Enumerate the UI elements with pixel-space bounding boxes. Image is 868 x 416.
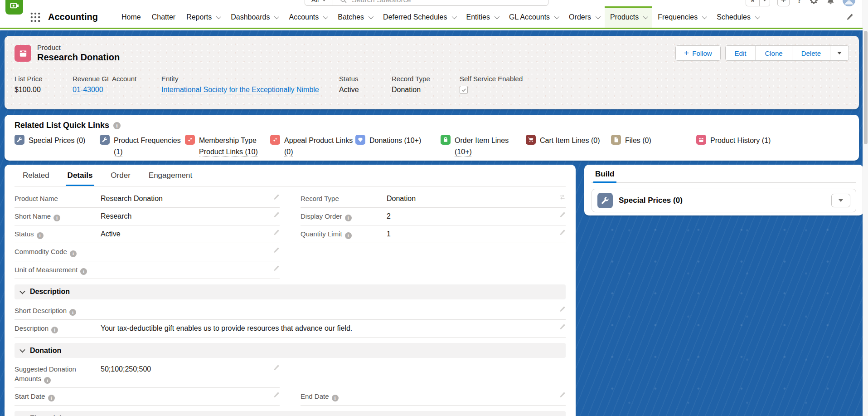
revenue-gl-account-link[interactable]: 01-43000	[73, 86, 103, 93]
chevron-down-icon	[19, 347, 25, 353]
wrench-icon	[100, 135, 110, 145]
gem-icon	[355, 135, 365, 145]
app-launcher-waffle-icon[interactable]	[30, 12, 41, 23]
info-icon[interactable]: i	[53, 215, 60, 221]
favorites-list-icon[interactable]	[760, 0, 770, 6]
chevron-down-icon	[369, 14, 373, 19]
entity-link[interactable]: International Society for the Exceptiona…	[161, 86, 319, 93]
header-field-self-service-enabled: Self Service Enabled	[460, 75, 536, 95]
info-icon[interactable]: i	[44, 377, 51, 384]
edit-pencil-icon[interactable]	[559, 306, 566, 314]
quicklink-membership-type-product-links: Membership Type Product Links (10)	[185, 135, 270, 158]
edit-pencil-icon[interactable]	[273, 229, 280, 237]
nav-tab-entities[interactable]: Entities	[461, 6, 504, 28]
record-action-group: Edit Clone Delete	[725, 45, 849, 61]
chevron-down-icon	[323, 14, 328, 19]
edit-pencil-icon[interactable]	[273, 265, 280, 273]
global-utility-bar: All Search Salesforce ★ + ?	[0, 0, 868, 6]
related-list-collapse-button[interactable]	[831, 194, 850, 207]
field-row-unit-of-measurement: Unit of Measurementi	[15, 261, 280, 279]
field-row-start-date: Start Datei	[15, 388, 280, 406]
nav-tab-batches[interactable]: Batches	[332, 6, 378, 28]
build-panel: Build Special Prices (0)	[584, 165, 863, 215]
setup-gear-icon[interactable]	[809, 0, 819, 5]
nav-tab-frequencies[interactable]: Frequencies	[652, 6, 711, 28]
nav-tab-accounts[interactable]: Accounts	[283, 6, 332, 28]
info-icon[interactable]: i	[69, 309, 76, 316]
section-description[interactable]: Description	[15, 284, 566, 299]
edit-pencil-icon[interactable]	[559, 392, 566, 400]
field-row-short-description: Short Descriptioni	[15, 302, 566, 320]
info-icon[interactable]: i	[113, 122, 121, 129]
edit-pencil-icon[interactable]	[559, 211, 566, 220]
nav-tab-orders[interactable]: Orders	[563, 6, 605, 28]
record-entity-label: Product	[37, 44, 120, 51]
nav-tab-dashboards[interactable]: Dashboards	[225, 6, 283, 28]
cart-icon	[526, 135, 536, 145]
more-actions-button[interactable]	[830, 46, 849, 60]
field-row-quantity-limit: Quantity Limiti 1	[301, 225, 566, 243]
change-record-type-icon[interactable]	[559, 194, 566, 202]
search-placeholder: Search Salesforce	[352, 0, 411, 4]
chevron-down-icon	[274, 14, 279, 19]
header-field-record-type: Record Type Donation	[392, 75, 460, 95]
chevron-down-icon	[451, 14, 456, 19]
app-notification-icon[interactable]	[5, 0, 23, 15]
nav-tab-chatter[interactable]: Chatter	[146, 6, 181, 28]
field-row-description: Descriptioni Your tax-deductible gift en…	[15, 320, 566, 338]
chevron-down-icon	[837, 52, 842, 54]
scrollbar-thumb[interactable]	[864, 31, 868, 144]
search-icon	[339, 0, 347, 4]
nav-tab-deferred-schedules[interactable]: Deferred Schedules	[378, 6, 461, 28]
section-financial[interactable]: Financial	[15, 411, 566, 416]
edit-navigation-pencil-icon[interactable]	[846, 13, 853, 21]
info-icon[interactable]: i	[51, 327, 58, 333]
info-icon[interactable]: i	[345, 215, 352, 221]
wrench-icon	[15, 135, 24, 145]
delete-button[interactable]: Delete	[792, 46, 830, 60]
info-icon[interactable]: i	[80, 268, 87, 275]
search-scope-dropdown[interactable]: All	[305, 0, 333, 5]
edit-pencil-icon[interactable]	[273, 247, 280, 255]
tab-order[interactable]: Order	[111, 165, 130, 186]
quicklink-special-prices: Special Prices (0)	[15, 135, 100, 158]
nav-tab-reports[interactable]: Reports	[181, 6, 225, 28]
notification-bell-icon[interactable]	[826, 0, 835, 5]
user-avatar[interactable]	[843, 0, 855, 6]
info-icon[interactable]: i	[332, 395, 339, 401]
edit-pencil-icon[interactable]	[559, 323, 566, 332]
vertical-scrollbar[interactable]	[863, 0, 868, 416]
edit-pencil-icon[interactable]	[273, 194, 280, 202]
info-icon[interactable]: i	[48, 395, 55, 401]
info-icon[interactable]: i	[37, 232, 44, 239]
nav-tab-gl-accounts[interactable]: GL Accounts	[504, 6, 563, 28]
edit-pencil-icon[interactable]	[273, 211, 280, 220]
global-actions-icon[interactable]: +	[777, 0, 790, 6]
edit-pencil-icon[interactable]	[559, 229, 566, 237]
nav-tab-schedules[interactable]: Schedules	[711, 6, 764, 28]
record-title: Research Donation	[37, 52, 120, 63]
follow-button[interactable]: +Follow	[675, 45, 720, 61]
edit-pencil-icon[interactable]	[273, 364, 280, 372]
nav-tab-products[interactable]: Products	[605, 6, 652, 28]
edit-pencil-icon[interactable]	[273, 392, 280, 400]
field-row-record-type: Record Type Donation	[301, 190, 566, 208]
tab-engagement[interactable]: Engagement	[149, 165, 192, 186]
edit-button[interactable]: Edit	[726, 46, 756, 60]
circles-icon	[270, 135, 280, 145]
info-icon[interactable]: i	[345, 232, 352, 239]
self-service-checkbox	[460, 86, 468, 94]
field-row-status: Statusi Active	[15, 225, 280, 243]
tab-related[interactable]: Related	[23, 165, 49, 186]
nav-tab-home[interactable]: Home	[116, 6, 146, 28]
section-donation[interactable]: Donation	[15, 343, 566, 358]
info-icon[interactable]: i	[70, 250, 77, 257]
header-field-list-price: List Price $100.00	[15, 75, 73, 95]
tab-details[interactable]: Details	[68, 165, 93, 186]
chevron-down-icon	[755, 14, 760, 19]
favorites-star-icon[interactable]: ★	[746, 0, 760, 6]
global-search[interactable]: All Search Salesforce	[305, 0, 548, 6]
help-icon[interactable]: ?	[797, 0, 802, 5]
tab-build[interactable]: Build	[595, 170, 615, 183]
clone-button[interactable]: Clone	[756, 46, 792, 60]
